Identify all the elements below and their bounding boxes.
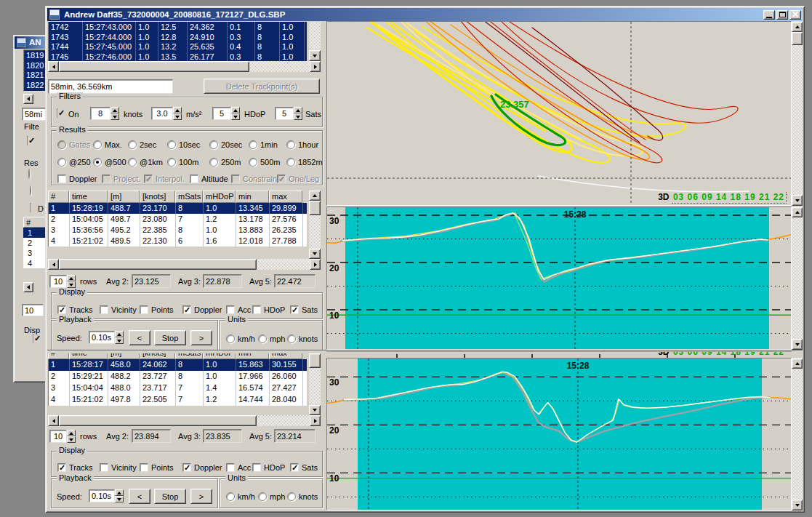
- checkbox-tracks[interactable]: Tracks: [57, 462, 93, 472]
- check-box[interactable]: [290, 463, 299, 472]
- table-cell[interactable]: 488.7: [108, 203, 140, 214]
- table-cell[interactable]: 1744: [49, 41, 83, 52]
- table-cell[interactable]: 14.744: [236, 394, 270, 406]
- table-cell[interactable]: 15:27:45.000: [83, 41, 136, 52]
- spinner-buttons[interactable]: [67, 275, 76, 288]
- table-cell[interactable]: 1.4: [204, 382, 236, 394]
- speed-chart-pane-bottom[interactable]: 30201015:28: [326, 358, 792, 510]
- radio-box[interactable]: [57, 140, 66, 149]
- minimize-button[interactable]: [763, 10, 775, 20]
- table-cell[interactable]: 27.788: [270, 236, 303, 247]
- scrollbar-thumb[interactable]: [309, 201, 321, 215]
- table-cell[interactable]: 22.505: [140, 394, 176, 406]
- background-window[interactable]: AN 1819 1820 1821 1822 58mi Filte Res D …: [13, 35, 49, 382]
- table-row[interactable]: 174215:27:43.0001.012.524.3620.181.0: [49, 22, 307, 32]
- table-cell[interactable]: 26.177: [188, 52, 228, 62]
- radio-box[interactable]: [167, 158, 176, 167]
- checkbox-one-leg[interactable]: One/Leg: [277, 174, 319, 183]
- rows-spinner[interactable]: 10: [49, 430, 67, 443]
- table-cell[interactable]: 497.8: [108, 394, 140, 406]
- table-cell[interactable]: 15:27:46.000: [83, 52, 136, 62]
- table-cell[interactable]: 6: [176, 236, 204, 247]
- scroll-up-button[interactable]: [309, 191, 321, 201]
- check-box[interactable]: [57, 305, 66, 314]
- column-header[interactable]: mHDoP: [203, 191, 236, 203]
- check-box[interactable]: [252, 463, 261, 472]
- table-cell[interactable]: 12.5: [158, 22, 188, 32]
- radio-km-h[interactable]: km/h: [226, 334, 255, 343]
- table-row[interactable]: 415:21:02497.822.50571.214.74428.040: [49, 394, 307, 406]
- checkbox-vicinity[interactable]: Vicinity: [100, 305, 137, 314]
- table-row[interactable]: 415:21:02489.522.13061.612.01827.788: [49, 236, 307, 247]
- table-cell[interactable]: 1.0: [280, 52, 305, 62]
- step-back-button[interactable]: <: [129, 489, 150, 504]
- table-cell[interactable]: 8: [176, 359, 204, 371]
- table-cell[interactable]: 13.345: [236, 203, 270, 214]
- table-cell[interactable]: 1.0: [136, 22, 158, 32]
- table-cell[interactable]: 8: [255, 32, 280, 42]
- table-cell[interactable]: 1.0: [204, 203, 236, 214]
- table-cell[interactable]: 16.574: [236, 382, 270, 394]
- check-box[interactable]: [277, 175, 286, 183]
- table-cell[interactable]: 23.727: [140, 371, 176, 382]
- radio-box[interactable]: [258, 334, 267, 343]
- table-cell[interactable]: 495.2: [108, 225, 140, 236]
- radio-2sec[interactable]: 2sec: [128, 140, 156, 149]
- table-cell[interactable]: 29.899: [270, 203, 303, 214]
- table-cell[interactable]: 1.0: [280, 41, 305, 52]
- table-cell[interactable]: 24.062: [140, 359, 176, 371]
- hdop-filter-spinner[interactable]: 5: [212, 107, 231, 120]
- radio-1hour[interactable]: 1hour: [286, 140, 318, 149]
- scroll-right-button[interactable]: [310, 259, 321, 270]
- table-cell[interactable]: 7: [176, 214, 204, 225]
- table-cell[interactable]: 8: [176, 225, 204, 236]
- checkbox-vicinity[interactable]: Vicinity: [100, 462, 137, 472]
- scrollbar-thumb[interactable]: [792, 32, 803, 45]
- checkbox-on[interactable]: [27, 136, 28, 146]
- column-header[interactable]: [knots]: [140, 191, 175, 203]
- table-cell[interactable]: 8: [255, 22, 280, 32]
- table-cell[interactable]: 0.3: [228, 32, 255, 42]
- checkbox-hdop[interactable]: HDoP: [252, 462, 285, 472]
- table-cell[interactable]: 15:36:56: [70, 225, 108, 236]
- table-cell[interactable]: 0.4: [228, 41, 255, 52]
- check-box[interactable]: [226, 463, 235, 472]
- table-row[interactable]: 115:28:19488.723.17081.013.34529.899: [49, 203, 307, 214]
- radio-box[interactable]: [249, 140, 257, 149]
- checkbox-doppler[interactable]: Doppler: [57, 174, 97, 183]
- table-cell[interactable]: 30.155: [270, 359, 303, 371]
- checkbox-doppler[interactable]: [30, 203, 31, 213]
- radio-10sec[interactable]: 10sec: [167, 140, 200, 149]
- table-row[interactable]: 215:04:05498.723.08071.213.17827.576: [49, 214, 307, 225]
- checkbox-points[interactable]: Points: [140, 305, 174, 314]
- table-cell[interactable]: 12.8: [158, 32, 188, 42]
- table-cell[interactable]: 13.2: [158, 41, 188, 52]
- table-cell[interactable]: 8: [255, 52, 280, 62]
- table-cell[interactable]: 4: [49, 236, 70, 247]
- table-cell[interactable]: 23.080: [140, 214, 176, 225]
- radio--500[interactable]: @500: [93, 157, 126, 167]
- checkbox-acc[interactable]: Acc: [226, 462, 251, 472]
- table-row[interactable]: 174515:27:46.0001.013.526.1770.381.0: [49, 52, 307, 62]
- scroll-left-button[interactable]: [23, 94, 33, 104]
- table-cell[interactable]: 15:04:04: [70, 382, 108, 394]
- table-cell[interactable]: 23.170: [140, 203, 176, 214]
- checkbox-hdop[interactable]: HDoP: [252, 305, 285, 314]
- table-cell[interactable]: 1: [49, 203, 70, 214]
- radio-box[interactable]: [226, 334, 235, 343]
- radio-km-h[interactable]: km/h: [226, 492, 255, 501]
- scroll-down-button[interactable]: [792, 500, 803, 510]
- checkbox-project-[interactable]: Project.: [102, 174, 140, 183]
- table-cell[interactable]: 1: [49, 359, 70, 371]
- trackpoint-table[interactable]: 174215:27:43.0001.012.524.3620.181.01743…: [48, 22, 307, 61]
- table-cell[interactable]: 1.2: [204, 394, 236, 406]
- chart-vertical-scrollbar[interactable]: [792, 207, 803, 350]
- step-forward-button[interactable]: >: [190, 330, 212, 345]
- checkbox-tracks[interactable]: Tracks: [57, 305, 93, 314]
- knots-filter-spinner[interactable]: 8: [90, 107, 110, 120]
- table-cell[interactable]: 15.863: [236, 359, 270, 371]
- table-cell[interactable]: 1.0: [136, 41, 158, 52]
- table-cell[interactable]: 458.0: [108, 359, 140, 371]
- checkbox-filters-on[interactable]: [57, 108, 58, 119]
- radio-box[interactable]: [286, 140, 295, 149]
